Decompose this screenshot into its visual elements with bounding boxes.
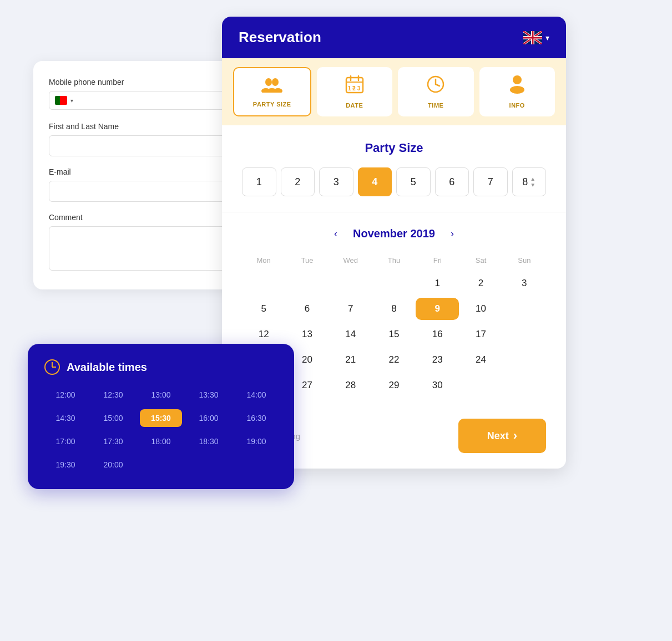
time-1300[interactable]: 13:00 [140, 386, 182, 404]
svg-point-23 [513, 75, 522, 84]
cal-cell-13[interactable]: 13 [285, 323, 329, 345]
times-title: Available times [67, 361, 147, 374]
cal-cell-24[interactable]: 24 [459, 349, 502, 371]
time-1700[interactable]: 17:00 [44, 433, 87, 450]
cal-cell-7[interactable]: 7 [329, 298, 372, 320]
time-1930[interactable]: 19:30 [44, 456, 87, 474]
comment-input[interactable] [49, 226, 229, 271]
cal-cell-16[interactable]: 16 [416, 323, 459, 345]
cal-cell-14[interactable]: 14 [329, 323, 372, 345]
step-info-label: INFO [509, 102, 525, 109]
time-1200[interactable]: 12:00 [44, 386, 87, 404]
email-label: E-mail [49, 167, 229, 176]
time-1830[interactable]: 18:30 [188, 433, 230, 450]
party-btn-6[interactable]: 6 [435, 167, 469, 196]
cal-cell-9[interactable]: 9 [416, 298, 459, 320]
month-title: November 2019 [353, 227, 435, 240]
cal-cell-10[interactable]: 10 [459, 298, 502, 320]
time-1500[interactable]: 15:00 [92, 409, 134, 427]
step-party-size-label: PARTY SIZE [253, 101, 291, 108]
cal-cell-12[interactable]: 12 [242, 323, 285, 345]
step-time-label: TIME [428, 102, 443, 109]
prev-month-btn[interactable]: ‹ [330, 226, 342, 242]
comment-label: Comment [49, 213, 229, 222]
svg-rect-8 [523, 37, 542, 38]
cal-cell-15[interactable]: 15 [372, 323, 416, 345]
step-date-label: DATE [346, 102, 363, 109]
step-party-size[interactable]: PARTY SIZE [233, 67, 311, 116]
day-tue: Tue [285, 253, 329, 268]
time-1600[interactable]: 16:00 [188, 409, 230, 427]
lang-selector[interactable]: ▾ [523, 31, 549, 44]
cal-cell [372, 272, 416, 294]
portugal-flag [55, 96, 67, 105]
time-1430[interactable]: 14:30 [44, 409, 87, 427]
svg-point-24 [510, 86, 524, 94]
next-month-btn[interactable]: › [446, 226, 458, 242]
party-more-num: 8 [522, 176, 528, 188]
time-1730[interactable]: 17:30 [92, 433, 134, 450]
party-btn-2[interactable]: 2 [281, 167, 315, 196]
cal-cell-23[interactable]: 23 [416, 349, 459, 371]
cal-cell [503, 349, 546, 371]
bg-form-card: Mobile phone number ▾ First and Last Nam… [33, 61, 244, 289]
cal-cell-2[interactable]: 2 [459, 272, 502, 294]
times-grid: 12:00 12:30 13:00 13:30 14:00 14:30 15:0… [44, 386, 277, 474]
time-2000[interactable]: 20:00 [92, 456, 134, 474]
cal-cell-1[interactable]: 1 [416, 272, 459, 294]
cal-cell-29[interactable]: 29 [372, 374, 416, 396]
step-date[interactable]: 1 2 3 1 2 DATE [317, 67, 393, 116]
cal-cell [285, 272, 329, 294]
cal-days-header: Mon Tue Wed Thu Fri Sat Sun [242, 253, 546, 268]
name-input[interactable] [49, 135, 229, 156]
time-1900[interactable]: 19:00 [235, 433, 277, 450]
party-size-title: Party Size [242, 141, 546, 155]
step-info[interactable]: INFO [479, 67, 555, 116]
cal-cell-21[interactable]: 21 [329, 349, 372, 371]
day-mon: Mon [242, 253, 285, 268]
divider [222, 212, 566, 212]
cal-cell [459, 374, 502, 396]
cal-cell-17[interactable]: 17 [459, 323, 502, 345]
cal-cell [329, 272, 372, 294]
svg-point-10 [272, 78, 279, 86]
party-btn-5[interactable]: 5 [396, 167, 431, 196]
cal-cell-8[interactable]: 8 [372, 298, 416, 320]
clock-icon [44, 359, 60, 375]
party-size-row: 1 2 3 4 5 6 7 8 ▲▼ [242, 167, 546, 196]
svg-line-22 [436, 84, 439, 86]
cal-cell-5[interactable]: 5 [242, 298, 285, 320]
cal-cell-28[interactable]: 28 [329, 374, 372, 396]
time-1530[interactable]: 15:30 [140, 409, 182, 427]
steps-nav: PARTY SIZE 1 2 3 1 2 DATE [222, 58, 566, 125]
cal-cell-30[interactable]: 30 [416, 374, 459, 396]
phone-chevron[interactable]: ▾ [70, 98, 73, 104]
email-input[interactable] [49, 181, 229, 202]
time-icon [426, 75, 445, 98]
cal-cell [503, 374, 546, 396]
card-header: Reservation ▾ [222, 17, 566, 58]
phone-row: ▾ [49, 91, 229, 110]
cal-cell [503, 298, 546, 320]
name-label: First and Last Name [49, 122, 229, 131]
step-time[interactable]: TIME [398, 67, 474, 116]
time-1800[interactable]: 18:00 [140, 433, 182, 450]
time-1400[interactable]: 14:00 [235, 386, 277, 404]
party-btn-3[interactable]: 3 [319, 167, 353, 196]
next-btn-arrow: › [513, 429, 517, 443]
next-btn[interactable]: Next › [458, 419, 546, 453]
time-1230[interactable]: 12:30 [92, 386, 134, 404]
cal-cell-3[interactable]: 3 [503, 272, 546, 294]
party-more-arrows: ▲▼ [530, 176, 535, 188]
cal-cell-6[interactable]: 6 [285, 298, 329, 320]
party-btn-7[interactable]: 7 [473, 167, 508, 196]
time-1330[interactable]: 13:30 [188, 386, 230, 404]
reservation-title: Reservation [239, 29, 321, 46]
party-btn-4[interactable]: 4 [358, 167, 392, 196]
day-sat: Sat [459, 253, 502, 268]
party-more-btn[interactable]: 8 ▲▼ [512, 167, 547, 196]
uk-flag-icon [523, 31, 542, 44]
time-1630[interactable]: 16:30 [235, 409, 277, 427]
party-btn-1[interactable]: 1 [242, 167, 276, 196]
cal-cell-22[interactable]: 22 [372, 349, 416, 371]
